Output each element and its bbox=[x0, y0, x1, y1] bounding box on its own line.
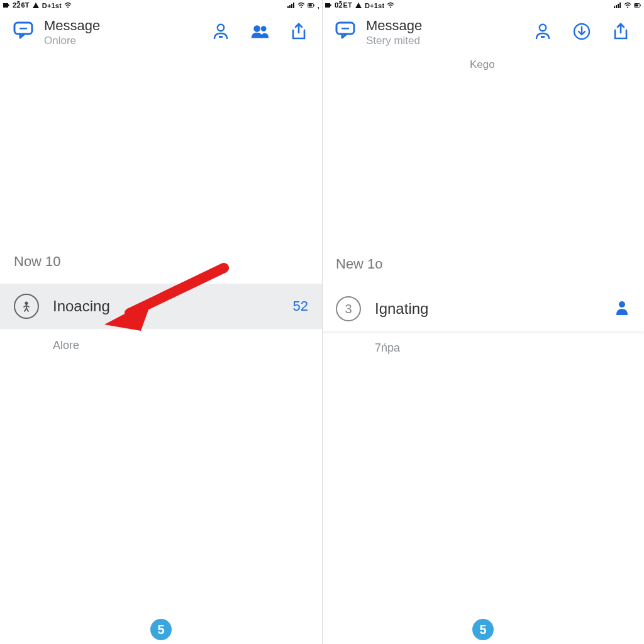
svg-rect-0 bbox=[3, 3, 8, 8]
svg-rect-22 bbox=[614, 6, 615, 8]
app-header: Message Onlore bbox=[0, 11, 322, 50]
svg-rect-3 bbox=[287, 6, 289, 8]
svg-rect-31 bbox=[341, 28, 349, 30]
svg-rect-1 bbox=[8, 4, 9, 6]
signal-icon bbox=[614, 2, 621, 9]
svg-rect-23 bbox=[616, 5, 617, 8]
group-button[interactable] bbox=[249, 21, 270, 42]
screenshot-right: 02̄ET D+1st Message Stery mited bbox=[322, 0, 644, 644]
person-filled-icon bbox=[614, 299, 630, 318]
section-label: New 1o bbox=[322, 256, 644, 272]
svg-rect-12 bbox=[19, 28, 27, 30]
download-button[interactable] bbox=[571, 21, 592, 42]
svg-point-2 bbox=[67, 6, 69, 8]
svg-rect-33 bbox=[541, 36, 545, 38]
app-header: Message Stery mited bbox=[322, 11, 644, 50]
svg-rect-19 bbox=[325, 3, 330, 8]
svg-rect-5 bbox=[291, 4, 292, 8]
conversation-title: Ignating bbox=[375, 300, 428, 318]
row-subtext: 7ńpa bbox=[322, 341, 644, 355]
svg-rect-6 bbox=[293, 3, 294, 8]
svg-rect-4 bbox=[289, 5, 291, 8]
fab-label: 5 bbox=[157, 623, 164, 637]
fab-button[interactable]: 5 bbox=[150, 619, 172, 640]
battery-small-icon bbox=[325, 2, 332, 9]
battery-small-icon bbox=[3, 2, 10, 9]
wifi-icon bbox=[387, 2, 394, 9]
svg-rect-20 bbox=[330, 4, 331, 6]
svg-point-32 bbox=[540, 25, 546, 31]
conversation-row[interactable]: Inoacing 52 bbox=[0, 284, 322, 329]
status-carrier: D+1st bbox=[365, 2, 384, 9]
svg-rect-29 bbox=[640, 4, 641, 6]
header-title: Message bbox=[44, 18, 201, 33]
unread-count: 52 bbox=[293, 298, 308, 314]
warning-icon bbox=[32, 2, 40, 9]
svg-rect-9 bbox=[308, 4, 311, 7]
battery-icon bbox=[634, 2, 641, 9]
kego-label: Kego bbox=[322, 58, 644, 71]
conversation-title: Inoacing bbox=[53, 297, 110, 315]
header-subtitle: Onlore bbox=[44, 35, 201, 47]
warning-icon bbox=[355, 2, 362, 9]
svg-rect-10 bbox=[313, 4, 314, 6]
svg-point-26 bbox=[627, 6, 628, 8]
share-button[interactable] bbox=[288, 21, 309, 42]
contact-button[interactable] bbox=[210, 21, 231, 42]
header-title: Message bbox=[366, 18, 523, 33]
share-up-icon bbox=[289, 22, 308, 41]
status-bar: 02̄ET D+1st bbox=[322, 0, 644, 11]
svg-point-13 bbox=[218, 25, 224, 31]
download-circle-icon bbox=[572, 22, 591, 41]
signal-icon bbox=[287, 2, 295, 9]
share-up-icon bbox=[611, 22, 630, 41]
fab-label: 5 bbox=[479, 623, 486, 637]
svg-rect-14 bbox=[219, 36, 223, 38]
avatar-number: 3 bbox=[336, 296, 361, 321]
avatar-icon bbox=[14, 294, 39, 319]
wifi-icon bbox=[624, 2, 631, 9]
svg-point-16 bbox=[261, 26, 267, 31]
status-bar: 22̄6T D+1st , bbox=[0, 0, 322, 11]
svg-point-35 bbox=[619, 301, 625, 308]
row-subtext: Alore bbox=[0, 339, 322, 352]
svg-rect-25 bbox=[619, 3, 621, 8]
messages-icon[interactable] bbox=[13, 21, 35, 40]
wifi-icon bbox=[64, 2, 72, 9]
status-time: 02̄ET bbox=[335, 1, 352, 9]
status-time: 22̄6T bbox=[13, 1, 30, 9]
svg-rect-28 bbox=[635, 4, 638, 7]
share-button[interactable] bbox=[610, 21, 631, 42]
person-outline-icon bbox=[211, 22, 230, 41]
status-dot: , bbox=[318, 2, 319, 9]
section-label: Now 10 bbox=[0, 253, 322, 270]
pane-divider bbox=[322, 0, 323, 644]
conversation-row[interactable]: 3 Ignating bbox=[322, 286, 644, 331]
screenshot-left: 22̄6T D+1st , Message Onlore bbox=[0, 0, 322, 644]
person-outline-icon bbox=[533, 22, 552, 41]
battery-icon bbox=[308, 2, 315, 9]
messages-icon[interactable] bbox=[335, 21, 357, 40]
header-subtitle: Stery mited bbox=[366, 35, 523, 47]
svg-point-15 bbox=[253, 25, 260, 32]
svg-rect-24 bbox=[618, 4, 619, 8]
svg-point-21 bbox=[390, 6, 391, 8]
status-carrier: D+1st bbox=[42, 2, 62, 9]
fab-button[interactable]: 5 bbox=[472, 619, 494, 640]
svg-point-7 bbox=[301, 6, 302, 8]
contact-button[interactable] bbox=[532, 21, 553, 42]
wifi-icon bbox=[297, 2, 305, 9]
people-filled-icon bbox=[250, 22, 269, 41]
